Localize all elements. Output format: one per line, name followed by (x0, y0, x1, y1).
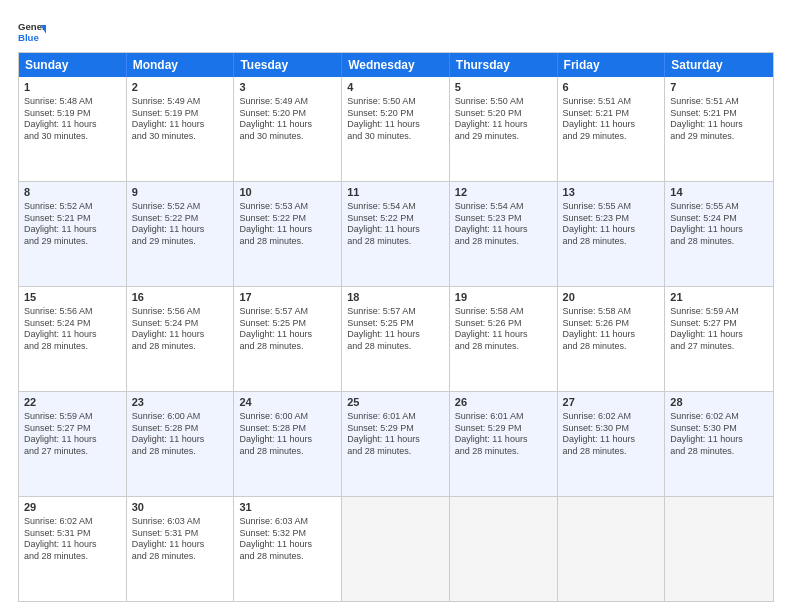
day-number: 14 (670, 185, 768, 200)
cell-info: Sunrise: 6:02 AMSunset: 5:30 PMDaylight:… (563, 411, 660, 458)
calendar-cell: 24Sunrise: 6:00 AMSunset: 5:28 PMDayligh… (234, 392, 342, 496)
day-number: 18 (347, 290, 444, 305)
cell-info: Sunrise: 5:55 AMSunset: 5:24 PMDaylight:… (670, 201, 768, 248)
header-day-friday: Friday (558, 53, 666, 77)
calendar-cell (342, 497, 450, 601)
calendar-cell: 8Sunrise: 5:52 AMSunset: 5:21 PMDaylight… (19, 182, 127, 286)
day-number: 9 (132, 185, 229, 200)
cell-info: Sunrise: 5:49 AMSunset: 5:20 PMDaylight:… (239, 96, 336, 143)
cell-info: Sunrise: 6:01 AMSunset: 5:29 PMDaylight:… (347, 411, 444, 458)
day-number: 13 (563, 185, 660, 200)
day-number: 20 (563, 290, 660, 305)
cell-info: Sunrise: 5:52 AMSunset: 5:22 PMDaylight:… (132, 201, 229, 248)
cell-info: Sunrise: 6:02 AMSunset: 5:30 PMDaylight:… (670, 411, 768, 458)
day-number: 2 (132, 80, 229, 95)
day-number: 21 (670, 290, 768, 305)
calendar-cell (665, 497, 773, 601)
day-number: 19 (455, 290, 552, 305)
cell-info: Sunrise: 5:58 AMSunset: 5:26 PMDaylight:… (455, 306, 552, 353)
calendar-cell: 28Sunrise: 6:02 AMSunset: 5:30 PMDayligh… (665, 392, 773, 496)
cell-info: Sunrise: 5:51 AMSunset: 5:21 PMDaylight:… (670, 96, 768, 143)
calendar-cell (558, 497, 666, 601)
cell-info: Sunrise: 6:00 AMSunset: 5:28 PMDaylight:… (239, 411, 336, 458)
calendar-row-5: 29Sunrise: 6:02 AMSunset: 5:31 PMDayligh… (19, 497, 773, 601)
calendar-cell: 18Sunrise: 5:57 AMSunset: 5:25 PMDayligh… (342, 287, 450, 391)
calendar-cell: 27Sunrise: 6:02 AMSunset: 5:30 PMDayligh… (558, 392, 666, 496)
calendar-cell: 22Sunrise: 5:59 AMSunset: 5:27 PMDayligh… (19, 392, 127, 496)
calendar-cell: 29Sunrise: 6:02 AMSunset: 5:31 PMDayligh… (19, 497, 127, 601)
calendar-cell: 23Sunrise: 6:00 AMSunset: 5:28 PMDayligh… (127, 392, 235, 496)
cell-info: Sunrise: 5:54 AMSunset: 5:22 PMDaylight:… (347, 201, 444, 248)
cell-info: Sunrise: 5:52 AMSunset: 5:21 PMDaylight:… (24, 201, 121, 248)
svg-text:General: General (18, 21, 46, 32)
day-number: 12 (455, 185, 552, 200)
calendar-row-3: 15Sunrise: 5:56 AMSunset: 5:24 PMDayligh… (19, 287, 773, 392)
cell-info: Sunrise: 6:03 AMSunset: 5:31 PMDaylight:… (132, 516, 229, 563)
day-number: 4 (347, 80, 444, 95)
calendar: SundayMondayTuesdayWednesdayThursdayFrid… (18, 52, 774, 602)
calendar-cell: 31Sunrise: 6:03 AMSunset: 5:32 PMDayligh… (234, 497, 342, 601)
cell-info: Sunrise: 6:03 AMSunset: 5:32 PMDaylight:… (239, 516, 336, 563)
day-number: 16 (132, 290, 229, 305)
header-day-thursday: Thursday (450, 53, 558, 77)
calendar-cell: 26Sunrise: 6:01 AMSunset: 5:29 PMDayligh… (450, 392, 558, 496)
header-day-saturday: Saturday (665, 53, 773, 77)
day-number: 3 (239, 80, 336, 95)
calendar-cell: 9Sunrise: 5:52 AMSunset: 5:22 PMDaylight… (127, 182, 235, 286)
day-number: 17 (239, 290, 336, 305)
day-number: 11 (347, 185, 444, 200)
day-number: 25 (347, 395, 444, 410)
cell-info: Sunrise: 5:56 AMSunset: 5:24 PMDaylight:… (132, 306, 229, 353)
cell-info: Sunrise: 6:02 AMSunset: 5:31 PMDaylight:… (24, 516, 121, 563)
cell-info: Sunrise: 5:49 AMSunset: 5:19 PMDaylight:… (132, 96, 229, 143)
cell-info: Sunrise: 5:50 AMSunset: 5:20 PMDaylight:… (347, 96, 444, 143)
cell-info: Sunrise: 6:00 AMSunset: 5:28 PMDaylight:… (132, 411, 229, 458)
page: General Blue SundayMondayTuesdayWednesda… (0, 0, 792, 612)
calendar-cell: 1Sunrise: 5:48 AMSunset: 5:19 PMDaylight… (19, 77, 127, 181)
day-number: 1 (24, 80, 121, 95)
cell-info: Sunrise: 5:57 AMSunset: 5:25 PMDaylight:… (239, 306, 336, 353)
calendar-cell: 25Sunrise: 6:01 AMSunset: 5:29 PMDayligh… (342, 392, 450, 496)
calendar-row-1: 1Sunrise: 5:48 AMSunset: 5:19 PMDaylight… (19, 77, 773, 182)
cell-info: Sunrise: 5:50 AMSunset: 5:20 PMDaylight:… (455, 96, 552, 143)
calendar-row-4: 22Sunrise: 5:59 AMSunset: 5:27 PMDayligh… (19, 392, 773, 497)
calendar-cell: 19Sunrise: 5:58 AMSunset: 5:26 PMDayligh… (450, 287, 558, 391)
day-number: 22 (24, 395, 121, 410)
cell-info: Sunrise: 5:56 AMSunset: 5:24 PMDaylight:… (24, 306, 121, 353)
svg-text:Blue: Blue (18, 32, 39, 43)
day-number: 28 (670, 395, 768, 410)
day-number: 30 (132, 500, 229, 515)
calendar-cell: 21Sunrise: 5:59 AMSunset: 5:27 PMDayligh… (665, 287, 773, 391)
day-number: 23 (132, 395, 229, 410)
calendar-body: 1Sunrise: 5:48 AMSunset: 5:19 PMDaylight… (19, 77, 773, 601)
calendar-cell: 6Sunrise: 5:51 AMSunset: 5:21 PMDaylight… (558, 77, 666, 181)
calendar-cell: 14Sunrise: 5:55 AMSunset: 5:24 PMDayligh… (665, 182, 773, 286)
cell-info: Sunrise: 5:59 AMSunset: 5:27 PMDaylight:… (24, 411, 121, 458)
cell-info: Sunrise: 5:48 AMSunset: 5:19 PMDaylight:… (24, 96, 121, 143)
calendar-cell: 4Sunrise: 5:50 AMSunset: 5:20 PMDaylight… (342, 77, 450, 181)
day-number: 29 (24, 500, 121, 515)
calendar-cell: 2Sunrise: 5:49 AMSunset: 5:19 PMDaylight… (127, 77, 235, 181)
cell-info: Sunrise: 5:59 AMSunset: 5:27 PMDaylight:… (670, 306, 768, 353)
cell-info: Sunrise: 5:53 AMSunset: 5:22 PMDaylight:… (239, 201, 336, 248)
calendar-cell: 12Sunrise: 5:54 AMSunset: 5:23 PMDayligh… (450, 182, 558, 286)
calendar-cell (450, 497, 558, 601)
calendar-cell: 17Sunrise: 5:57 AMSunset: 5:25 PMDayligh… (234, 287, 342, 391)
calendar-cell: 20Sunrise: 5:58 AMSunset: 5:26 PMDayligh… (558, 287, 666, 391)
logo: General Blue (18, 18, 46, 46)
header-day-sunday: Sunday (19, 53, 127, 77)
header-day-monday: Monday (127, 53, 235, 77)
day-number: 7 (670, 80, 768, 95)
cell-info: Sunrise: 6:01 AMSunset: 5:29 PMDaylight:… (455, 411, 552, 458)
calendar-row-2: 8Sunrise: 5:52 AMSunset: 5:21 PMDaylight… (19, 182, 773, 287)
cell-info: Sunrise: 5:54 AMSunset: 5:23 PMDaylight:… (455, 201, 552, 248)
day-number: 31 (239, 500, 336, 515)
calendar-header: SundayMondayTuesdayWednesdayThursdayFrid… (19, 53, 773, 77)
calendar-cell: 3Sunrise: 5:49 AMSunset: 5:20 PMDaylight… (234, 77, 342, 181)
calendar-cell: 15Sunrise: 5:56 AMSunset: 5:24 PMDayligh… (19, 287, 127, 391)
header: General Blue (18, 18, 774, 46)
day-number: 27 (563, 395, 660, 410)
calendar-cell: 13Sunrise: 5:55 AMSunset: 5:23 PMDayligh… (558, 182, 666, 286)
cell-info: Sunrise: 5:57 AMSunset: 5:25 PMDaylight:… (347, 306, 444, 353)
header-day-wednesday: Wednesday (342, 53, 450, 77)
